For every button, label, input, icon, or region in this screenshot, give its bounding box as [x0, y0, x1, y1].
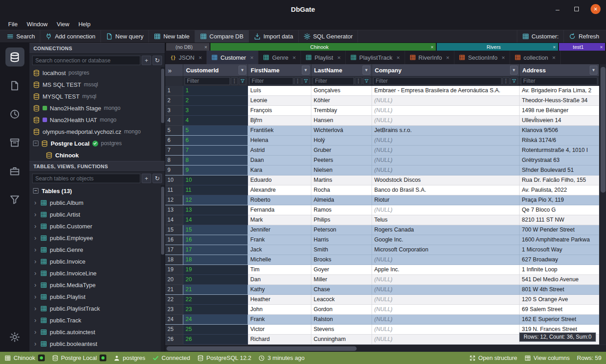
column-header-customerid[interactable]: CustomerId▼: [183, 64, 248, 76]
status-view-columns[interactable]: View columns: [525, 355, 570, 361]
row-number-cell[interactable]: 13: [165, 205, 183, 215]
data-cell[interactable]: Rua Dr. Falcão Filho, 155: [520, 175, 599, 185]
data-cell[interactable]: 16: [183, 235, 248, 245]
data-cell[interactable]: (NULL): [372, 96, 520, 106]
menu-file[interactable]: File: [4, 19, 22, 29]
filter-input-address[interactable]: [521, 77, 597, 85]
table-row[interactable]: 11LuísGonçalvesEmbraer - Empresa Brasile…: [165, 86, 599, 96]
tab-sectioninfo[interactable]: SectionInfo×: [454, 51, 510, 64]
collapse-icon[interactable]: −: [33, 188, 38, 194]
tab-playlist[interactable]: Playlist×: [301, 51, 346, 64]
data-cell[interactable]: JetBrains s.r.o.: [372, 126, 520, 136]
grid-corner-expand-button[interactable]: »: [165, 64, 183, 76]
data-cell[interactable]: Heather: [248, 295, 311, 305]
table-item-public-track[interactable]: ›public.Track: [29, 314, 165, 326]
data-cell[interactable]: 23: [183, 305, 248, 315]
chevron-right-icon[interactable]: ›: [33, 199, 38, 206]
add-connection-mini-button[interactable]: +: [142, 56, 151, 65]
chevron-right-icon[interactable]: ›: [33, 305, 38, 312]
row-number-cell[interactable]: 4: [165, 116, 183, 126]
filter-menu-button[interactable]: ⋮: [231, 77, 238, 85]
data-cell[interactable]: 1498 rue Bélanger: [520, 106, 599, 116]
chevron-right-icon[interactable]: ›: [33, 258, 38, 265]
data-cell[interactable]: 120 S Orange Ave: [520, 295, 599, 305]
rail-item-archive[interactable]: [5, 133, 24, 152]
menu-window[interactable]: Window: [22, 19, 52, 29]
grid-horizontal-scrollbar[interactable]: [165, 345, 606, 352]
data-cell[interactable]: Martins: [311, 175, 372, 185]
connection-item-postgre-local[interactable]: −Postgre Localpostgres: [29, 137, 165, 149]
data-cell[interactable]: Smith: [311, 245, 372, 255]
connection-item-nano2health-uat[interactable]: Nano2Health UATmongo: [29, 114, 165, 126]
row-number-cell[interactable]: 25: [165, 325, 183, 335]
tab-genre[interactable]: Genre×: [258, 51, 301, 64]
table-item-public-employee[interactable]: ›public.Employee: [29, 232, 165, 244]
column-dropdown-button[interactable]: ▼: [590, 66, 597, 75]
connection-item-chinook[interactable]: Chinook: [29, 149, 165, 161]
tab-riverinfo[interactable]: RiverInfo×: [405, 51, 455, 64]
data-cell[interactable]: Roberto: [248, 195, 311, 205]
data-cell[interactable]: Victor: [248, 325, 311, 335]
column-header-lastname[interactable]: LastName▼: [311, 64, 372, 76]
connection-item-nano2health-stage[interactable]: Nano2Health Stagemongo: [29, 102, 165, 114]
data-cell[interactable]: Peeters: [311, 156, 372, 165]
data-cell[interactable]: Richard: [248, 335, 311, 345]
row-number-cell[interactable]: 12: [165, 195, 183, 205]
data-cell[interactable]: Praça Pio X, 119: [520, 195, 599, 205]
data-cell[interactable]: Gonçalves: [311, 86, 372, 96]
data-cell[interactable]: Hansen: [311, 116, 372, 126]
tab-json[interactable]: {}JSON×: [165, 51, 207, 64]
table-row[interactable]: 55FrantišekWichterlováJetBrains s.r.o.Kl…: [165, 126, 599, 136]
table-item-public-booleantest[interactable]: ›public.booleantest: [29, 338, 165, 350]
data-cell[interactable]: 21: [183, 285, 248, 295]
data-cell[interactable]: Telus: [372, 215, 520, 225]
row-number-cell[interactable]: 5: [165, 126, 183, 136]
tables-scrollbar[interactable]: [161, 185, 165, 352]
close-icon[interactable]: ×: [429, 44, 436, 50]
chevron-right-icon[interactable]: ›: [33, 222, 38, 230]
data-cell[interactable]: Av. Brigadeiro Faria Lima, 2: [520, 86, 599, 96]
table-row[interactable]: 1414MarkPhilipsTelus8210 111 ST NW: [165, 215, 599, 225]
table-row[interactable]: 44BjřrnHansen(NULL)Ullevĺlsveien 14: [165, 116, 599, 126]
connection-item-ms-sql-test[interactable]: MS SQL TESTmssql: [29, 79, 165, 90]
data-cell[interactable]: 9: [183, 165, 248, 175]
data-cell[interactable]: Kara: [248, 165, 311, 175]
table-row[interactable]: 22LeonieKöhler(NULL)Theodor-Heuss-Straße…: [165, 96, 599, 106]
chevron-right-icon[interactable]: ›: [33, 317, 38, 324]
data-cell[interactable]: Brooks: [311, 255, 372, 265]
data-cell[interactable]: Leonie: [248, 96, 311, 106]
chevron-right-icon[interactable]: ›: [33, 234, 38, 241]
data-cell[interactable]: (NULL): [372, 275, 520, 285]
data-cell[interactable]: 541 Del Medio Avenue: [520, 275, 599, 285]
row-number-cell[interactable]: 26: [165, 335, 183, 345]
column-header-company[interactable]: Company▼: [372, 64, 520, 76]
data-cell[interactable]: (NULL): [372, 165, 520, 175]
data-cell[interactable]: 2: [183, 96, 248, 106]
minimize-button[interactable]: –: [553, 4, 563, 14]
data-cell[interactable]: 12: [183, 195, 248, 205]
data-cell[interactable]: Rogers Canada: [372, 225, 520, 235]
table-row[interactable]: 77AstridGruber(NULL)Rotenturmstraße 4, 1…: [165, 146, 599, 156]
refresh-connections-button[interactable]: ↻: [153, 56, 162, 65]
table-item-public-autoinctest[interactable]: ›public.autoinctest: [29, 326, 165, 338]
data-cell[interactable]: 3: [183, 106, 248, 116]
column-header-firstname[interactable]: FirstName▼: [248, 64, 311, 76]
chevron-right-icon[interactable]: ›: [33, 211, 38, 218]
data-cell[interactable]: Nielsen: [311, 165, 372, 175]
table-item-public-artist[interactable]: ›public.Artist: [29, 208, 165, 220]
table-row[interactable]: 1717JackSmithMicrosoft Corporation1 Micr…: [165, 245, 599, 255]
close-icon[interactable]: ×: [292, 54, 296, 61]
tab-customer[interactable]: Customer×: [207, 51, 258, 64]
data-cell[interactable]: 25: [183, 325, 248, 335]
data-cell[interactable]: (NULL): [372, 205, 520, 215]
tables-group-row[interactable]: − Tables (13): [29, 185, 165, 197]
data-cell[interactable]: Michelle: [248, 255, 311, 265]
table-item-public-genre[interactable]: ›public.Genre: [29, 244, 165, 255]
data-cell[interactable]: 627 Broadway: [520, 255, 599, 265]
table-row[interactable]: 66HelenaHolý(NULL)Rilská 3174/6: [165, 136, 599, 146]
data-cell[interactable]: 7: [183, 146, 248, 156]
table-row[interactable]: 99KaraNielsen(NULL)Sřnder Boulevard 51: [165, 165, 599, 175]
data-cell[interactable]: Eduardo: [248, 175, 311, 185]
data-cell[interactable]: Klanova 9/506: [520, 126, 599, 136]
data-cell[interactable]: 14: [183, 215, 248, 225]
